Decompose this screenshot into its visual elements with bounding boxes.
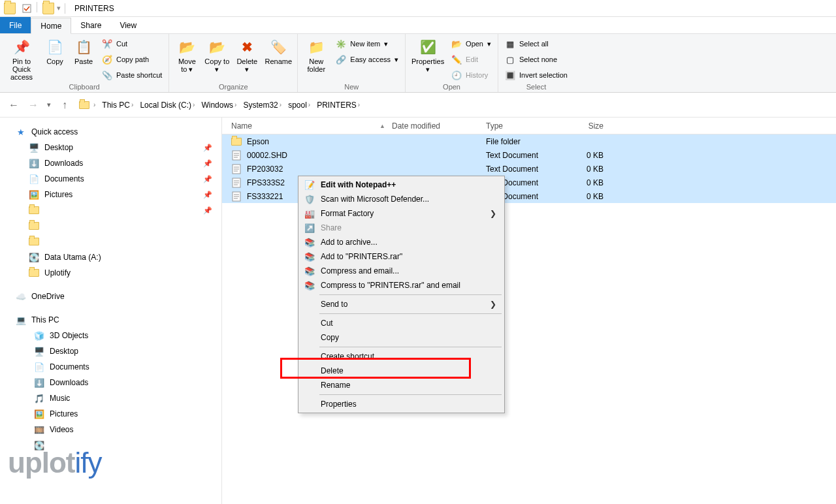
move-to-button[interactable]: 📂 Move to ▾	[173, 37, 201, 74]
sidebar-item-pinned-1[interactable]: 📌	[8, 202, 221, 218]
cm-delete[interactable]: Delete	[300, 364, 503, 378]
cm-copy[interactable]: Copy	[300, 330, 503, 345]
file-name: 00002.SHD	[247, 151, 287, 160]
winrar-icon: 📚	[304, 279, 315, 291]
cm-share[interactable]: ↗️Share	[300, 221, 503, 235]
column-type[interactable]: Type	[486, 121, 564, 131]
crumb-windows[interactable]: Windows›	[199, 98, 239, 112]
delete-button[interactable]: ✖ Delete ▾	[233, 37, 261, 74]
new-folder-button[interactable]: 📁 New folder	[302, 37, 330, 74]
sidebar-item-pictures-2[interactable]: 🖼️Pictures	[8, 406, 221, 422]
cm-label: Format Factory	[321, 209, 374, 218]
pin-icon: 📌	[203, 175, 212, 183]
sidebar-item-videos[interactable]: 🎞️Videos	[8, 422, 221, 437]
table-row[interactable]: Epson File folder	[222, 134, 836, 148]
qat-separator-2	[65, 3, 65, 14]
cm-send-to[interactable]: Send to❯	[300, 297, 503, 311]
sidebar-item-3d-objects[interactable]: 🧊3D Objects	[8, 328, 221, 343]
sidebar-item-documents[interactable]: 📄Documents📌	[8, 171, 221, 187]
copy-icon: 📄	[46, 38, 64, 56]
copy-button[interactable]: 📄 Copy	[42, 37, 68, 67]
cm-add-archive[interactable]: 📚Add to archive...	[300, 235, 503, 249]
sidebar-item-downloads-2[interactable]: ⬇️Downloads	[8, 375, 221, 390]
cm-compress-printers-email[interactable]: 📚Compress to "PRINTERS.rar" and email	[300, 278, 503, 292]
sidebar-item-desktop[interactable]: 🖥️Desktop📌	[8, 140, 221, 155]
crumb-this-pc[interactable]: This PC›	[99, 98, 136, 112]
sidebar-item-label: Uplotify	[44, 268, 71, 277]
qat-dropdown-icon[interactable]: ▾	[57, 4, 61, 12]
sidebar-item-desktop-2[interactable]: 🖥️Desktop	[8, 343, 221, 359]
tab-share[interactable]: Share	[71, 17, 110, 33]
rename-button[interactable]: 🏷️ Rename	[263, 37, 293, 67]
select-all-button[interactable]: ▦Select all	[502, 37, 570, 51]
cm-properties[interactable]: Properties	[300, 397, 503, 411]
cm-create-shortcut[interactable]: Create shortcut	[300, 349, 503, 364]
edit-label: Edit	[466, 55, 478, 63]
sidebar-item-pinned-2[interactable]	[8, 218, 221, 234]
crumb-local-disk[interactable]: Local Disk (C:)›	[137, 98, 197, 112]
forward-button[interactable]: →	[25, 97, 42, 114]
cm-label: Create shortcut	[321, 352, 374, 361]
new-item-button[interactable]: ✳️New item ▾	[333, 37, 401, 51]
tab-view[interactable]: View	[110, 17, 146, 33]
cm-add-printers-rar[interactable]: 📚Add to "PRINTERS.rar"	[300, 249, 503, 264]
sidebar-this-pc[interactable]: 💻This PC	[8, 312, 221, 328]
copy-path-button[interactable]: 🧭Copy path	[99, 52, 165, 67]
recent-locations-button[interactable]: ▾	[44, 97, 54, 114]
open-button[interactable]: 📂Open ▾	[449, 37, 494, 51]
column-name[interactable]: Name▲	[222, 121, 392, 131]
cut-button[interactable]: ✂️Cut	[99, 37, 165, 51]
sidebar-item-label: Downloads	[44, 159, 83, 168]
cm-separator	[319, 313, 502, 314]
back-button[interactable]: ←	[5, 97, 22, 114]
paste-shortcut-button[interactable]: 📎Paste shortcut	[99, 68, 165, 82]
cm-scan-defender[interactable]: 🛡️Scan with Microsoft Defender...	[300, 192, 503, 206]
select-none-button[interactable]: ▢Select none	[502, 52, 570, 67]
file-type: Text Document	[486, 151, 564, 160]
sidebar-item-downloads[interactable]: ⬇️Downloads📌	[8, 155, 221, 171]
crumb-spool[interactable]: spool›	[285, 98, 313, 112]
easy-access-button[interactable]: 🔗Easy access ▾	[333, 52, 401, 67]
ribbon-group-new: 📁 New folder ✳️New item ▾ 🔗Easy access ▾…	[297, 34, 405, 92]
tab-home[interactable]: Home	[31, 18, 71, 34]
pin-icon: 📌	[203, 159, 212, 168]
select-group-label: Select	[502, 83, 570, 92]
cm-format-factory[interactable]: 🏭Format Factory❯	[300, 206, 503, 221]
properties-button[interactable]: ✅ Properties ▾	[410, 37, 446, 74]
cm-compress-email[interactable]: 📚Compress and email...	[300, 264, 503, 278]
paste-button[interactable]: 📋 Paste	[71, 37, 97, 67]
sidebar-item-pictures[interactable]: 🖼️Pictures📌	[8, 187, 221, 202]
column-modified[interactable]: Date modified	[392, 121, 486, 131]
history-button[interactable]: 🕘History	[449, 68, 494, 82]
delete-x-icon: ✖	[238, 38, 256, 56]
crumb-printers[interactable]: PRINTERS›	[314, 98, 362, 112]
table-row[interactable]: FP203032 Text Document 0 KB	[222, 162, 836, 176]
sidebar-item-documents-2[interactable]: 📄Documents	[8, 359, 221, 375]
sidebar-item-data-utama[interactable]: 💽Data Utama (A:)	[8, 249, 221, 265]
sidebar-quick-access[interactable]: ★ Quick access	[8, 124, 221, 140]
paste-label: Paste	[74, 57, 93, 65]
tab-file[interactable]: File	[0, 17, 31, 33]
crumb-label: Local Disk (C:)	[140, 101, 191, 110]
sidebar-item-pinned-3[interactable]	[8, 234, 221, 249]
select-none-icon: ▢	[505, 54, 515, 65]
sidebar-item-uplotify[interactable]: Uplotify	[8, 265, 221, 281]
new-item-label: New item	[350, 40, 380, 48]
cm-rename[interactable]: Rename	[300, 378, 503, 392]
copy-to-button[interactable]: 📂 Copy to ▾	[203, 37, 231, 74]
column-size[interactable]: Size	[564, 121, 610, 131]
sidebar-item-music[interactable]: 🎵Music	[8, 390, 221, 406]
crumb-system32[interactable]: System32›	[240, 98, 284, 112]
cm-cut[interactable]: Cut	[300, 316, 503, 330]
address-bar-row: ← → ▾ ↑ › This PC› Local Disk (C:)› Wind…	[0, 93, 836, 118]
table-row[interactable]: 00002.SHD Text Document 0 KB	[222, 148, 836, 162]
cm-edit-notepadpp[interactable]: 📝Edit with Notepad++	[300, 178, 503, 192]
pin-to-quick-access-button[interactable]: 📌 Pin to Quick access	[4, 37, 39, 82]
qat-folder-btn[interactable]	[20, 2, 34, 15]
breadcrumb[interactable]: › This PC› Local Disk (C:)› Windows› Sys…	[76, 97, 366, 114]
edit-button[interactable]: ✏️Edit	[449, 52, 494, 67]
sidebar-onedrive[interactable]: ☁️OneDrive	[8, 289, 221, 304]
up-button[interactable]: ↑	[56, 97, 73, 114]
watermark-a: uplot	[8, 447, 75, 479]
invert-selection-button[interactable]: 🔳Invert selection	[502, 68, 570, 82]
